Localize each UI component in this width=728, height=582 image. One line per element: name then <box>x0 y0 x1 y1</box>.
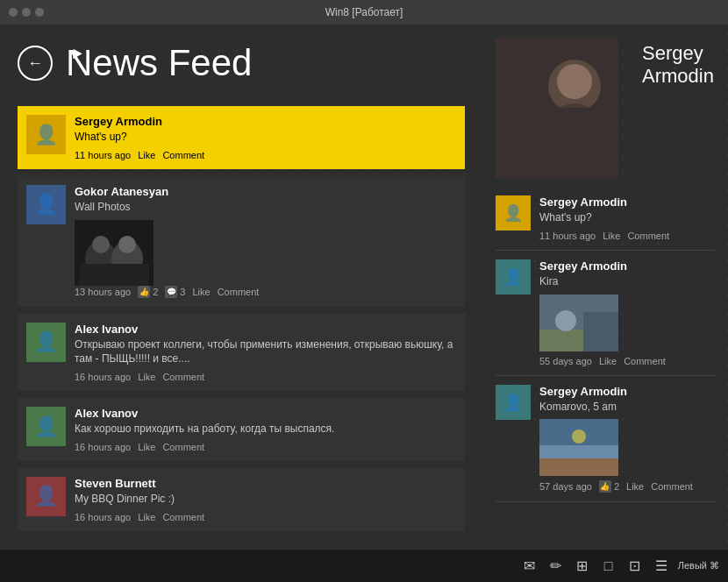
right-like-1[interactable]: Like <box>603 231 620 241</box>
right-like-count-3: 2 <box>614 481 619 492</box>
comment-link-1[interactable]: Comment <box>162 150 204 160</box>
right-post-time-3: 57 days ago <box>539 481 592 492</box>
right-post-time-1: 11 hours ago <box>539 231 596 241</box>
avatar-steven: 👤 <box>26 477 66 516</box>
right-panel: Sergey Armodin 👤 Sergey Armodin What's u… <box>482 25 728 549</box>
post-time-2: 13 hours ago <box>75 287 131 297</box>
maximize-dot <box>35 8 44 17</box>
taskbar-label: Левый ⌘ <box>678 560 719 571</box>
comment-link-3[interactable]: Comment <box>162 372 204 382</box>
post-meta-5: 16 hours ago Like Comment <box>75 512 456 522</box>
like-link-4[interactable]: Like <box>138 442 155 452</box>
right-post-meta-2: 55 days ago Like Comment <box>539 356 715 366</box>
taskbar-icon-window[interactable]: □ <box>599 557 618 576</box>
like-count-2: 2 <box>153 287 158 297</box>
post-text-3: Открываю проект коллеги, чтобы применить… <box>75 337 456 367</box>
comment-badge-2: 💬 3 <box>165 286 185 298</box>
svg-point-4 <box>118 236 136 253</box>
right-like-2[interactable]: Like <box>599 356 617 366</box>
post-photo-2 <box>75 220 153 286</box>
right-post-text-3: Komarovo, 5 am <box>539 400 715 415</box>
back-button[interactable]: ← <box>18 46 53 81</box>
post-author-2: Gokor Atanesyan <box>75 185 456 198</box>
like-link-2[interactable]: Like <box>192 287 210 297</box>
like-badge-2: 👍 2 <box>138 286 158 298</box>
post-time-3: 16 hours ago <box>75 372 131 382</box>
comment-link-5[interactable]: Comment <box>162 512 204 522</box>
svg-rect-5 <box>79 264 149 286</box>
post-author-5: Steven Burnett <box>75 477 456 490</box>
post-author-4: Alex Ivanov <box>75 407 456 420</box>
right-post-photo-2 <box>539 295 618 351</box>
post-content-1: Sergey Armodin What's up? 11 hours ago L… <box>75 115 456 160</box>
page-title: News Feed <box>66 42 252 84</box>
titlebar: Win8 [Работает] <box>0 0 728 25</box>
post-text-2: Wall Photos <box>75 200 456 215</box>
main-content: ← News Feed 👤 Sergey Armodin What's up? … <box>0 25 728 549</box>
post-content-5: Steven Burnett My BBQ Dinner Pic :) 16 h… <box>75 477 456 522</box>
close-dot <box>9 8 18 17</box>
post-meta-2: 13 hours ago 👍 2 💬 3 Like Comment <box>75 286 456 298</box>
right-feed-item-2: 👤 Sergey Armodin Kira 55 days ago Like <box>496 259 715 376</box>
right-feed-item-3: 👤 Sergey Armodin Komarovo, 5 am 57 days … <box>496 385 715 503</box>
post-text-5: My BBQ Dinner Pic :) <box>75 492 456 507</box>
right-post-time-2: 55 days ago <box>539 356 592 366</box>
post-time-5: 16 hours ago <box>75 512 131 522</box>
svg-point-18 <box>572 429 586 444</box>
taskbar-icon-mail[interactable]: ✉ <box>520 557 539 576</box>
post-author-3: Alex Ivanov <box>75 323 456 336</box>
right-comment-3[interactable]: Comment <box>651 481 693 492</box>
right-post-content-3: Sergey Armodin Komarovo, 5 am 57 days ag… <box>539 385 715 493</box>
right-post-author-1: Sergey Armodin <box>539 195 715 209</box>
feed-item-post1: 👤 Sergey Armodin What's up? 11 hours ago… <box>18 106 465 169</box>
taskbar-icon-grid[interactable]: ⊞ <box>573 557 592 576</box>
minimize-dot <box>22 8 31 17</box>
right-feed-item-1: 👤 Sergey Armodin What's up? 11 hours ago… <box>496 195 715 251</box>
like-link-1[interactable]: Like <box>138 150 155 160</box>
svg-point-3 <box>92 236 110 253</box>
left-panel: ← News Feed 👤 Sergey Armodin What's up? … <box>0 25 482 549</box>
right-post-text-2: Kira <box>539 274 715 289</box>
avatar-sergey1: 👤 <box>26 115 66 154</box>
post-content-3: Alex Ivanov Открываю проект коллеги, что… <box>75 323 456 383</box>
taskbar: ✉ ✏ ⊞ □ ⊡ ☰ Левый ⌘ <box>0 549 728 582</box>
right-avatar-3: 👤 <box>496 385 531 420</box>
taskbar-icon-edit[interactable]: ✏ <box>546 557 566 576</box>
right-post-photo-3 <box>539 419 618 476</box>
profile-photo <box>496 38 618 178</box>
post-text-4: Как хорошо приходить на работу, когда ты… <box>75 422 456 436</box>
right-comment-2[interactable]: Comment <box>624 356 666 366</box>
window-title: Win8 [Работает] <box>325 6 403 18</box>
right-avatar-1: 👤 <box>496 195 531 231</box>
post-time-1: 11 hours ago <box>75 150 131 160</box>
right-avatar-2: 👤 <box>496 259 531 295</box>
feed-item-post5: 👤 Steven Burnett My BBQ Dinner Pic :) 16… <box>18 468 465 531</box>
post-meta-1: 11 hours ago Like Comment <box>75 150 456 160</box>
svg-point-9 <box>557 64 592 99</box>
svg-rect-17 <box>539 458 618 476</box>
taskbar-icon-settings[interactable]: ⊡ <box>625 557 645 576</box>
right-like-badge-3: 👍 2 <box>599 480 619 493</box>
post-content-2: Gokor Atanesyan Wall Photos 13 hours ago <box>75 185 456 298</box>
comment-link-4[interactable]: Comment <box>162 442 204 452</box>
right-post-author-3: Sergey Armodin <box>539 385 715 398</box>
post-content-4: Alex Ivanov Как хорошо приходить на рабо… <box>75 407 456 452</box>
taskbar-icon-menu[interactable]: ☰ <box>652 557 671 576</box>
comment-count-2: 3 <box>180 287 185 297</box>
profile-info: Sergey Armodin <box>618 38 714 178</box>
post-time-4: 16 hours ago <box>75 442 131 452</box>
post-author-1: Sergey Armodin <box>75 115 456 128</box>
post-meta-4: 16 hours ago Like Comment <box>75 442 456 452</box>
right-post-content-1: Sergey Armodin What's up? 11 hours ago L… <box>539 195 715 241</box>
like-link-5[interactable]: Like <box>138 512 155 522</box>
avatar-gokor: 👤 <box>26 185 66 224</box>
thumb-icon: 👍 <box>138 286 150 298</box>
post-meta-3: 16 hours ago Like Comment <box>75 372 456 382</box>
right-comment-1[interactable]: Comment <box>627 231 669 241</box>
comment-link-2[interactable]: Comment <box>218 287 260 297</box>
like-link-3[interactable]: Like <box>138 372 155 382</box>
window-controls <box>9 8 44 17</box>
feed-item-post2: 👤 Gokor Atanesyan Wall Photos <box>18 176 465 307</box>
right-like-3[interactable]: Like <box>626 481 644 492</box>
svg-rect-14 <box>583 312 618 351</box>
